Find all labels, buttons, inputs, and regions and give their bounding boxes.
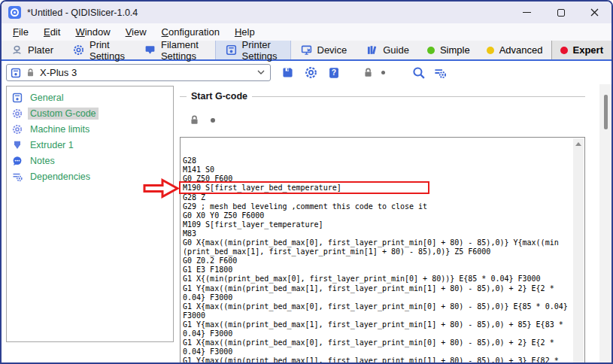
gcode-textarea[interactable]: G28M141 S0G0 Z50 F600M190 S[first_layer_… [183,138,572,364]
gcode-line: G29 ; mesh bed leveling ,comment this co… [183,202,572,211]
gear-icon [73,44,84,56]
triangle-up-icon [575,142,581,146]
gcode-line: G0 X{max((min(print_bed_max[0], first_la… [183,238,572,247]
app-logo-icon [8,6,21,19]
sidebar-item-custom-gcode[interactable]: Custom G-code [7,105,173,121]
tab-label: Device [317,44,347,56]
gcode-line: G1 Y{max((min(print_bed_max[1], first_la… [183,356,572,364]
tab-guide[interactable]: Guide [357,41,419,59]
menu-item[interactable]: File [5,25,36,39]
lock-icon [26,68,35,77]
gcode-line: 0.04} F3000 [183,347,572,356]
gcode-line: G1 X{max((min(print_bed_max[0], first_la… [183,338,572,347]
sidebar-item-machine-limits[interactable]: Machine limits [7,121,173,137]
page-scrollbar[interactable] [599,84,611,362]
maximize-button[interactable] [544,2,578,23]
mode-advanced[interactable]: Advanced [478,41,551,59]
start-gcode-editor: G28M141 S0G0 Z50 F600M190 S[first_layer_… [180,137,585,364]
filament-icon [144,44,156,56]
chevron-down-icon [257,70,265,75]
search-settings-icon [433,66,447,80]
scrollbar-thumb[interactable] [604,95,608,129]
search-settings-button[interactable] [433,66,447,80]
lock-icon [363,67,374,78]
tab-print-settings[interactable]: Print Settings [63,41,135,59]
printer-icon [226,44,237,56]
menu-item[interactable]: Window [68,25,117,39]
tab-device[interactable]: Device [291,41,357,59]
gcode-line: G1 E3 F1800 [183,265,572,275]
window-title: *Untitled - QIDISlicer-1.0.4 [27,8,138,18]
notes-icon [12,156,23,166]
modified-indicator-dot [381,71,385,74]
sidebar-item-general[interactable]: General [7,89,173,105]
mode-simple[interactable]: Simple [419,41,478,59]
close-icon [590,8,599,17]
search-icon [412,66,426,80]
menu-item[interactable]: Configuration [154,25,227,39]
gcode-line: M190 S[first_layer_bed_temperature] [183,184,572,193]
sidebar-item-label: Machine limits [28,123,92,135]
sidebar-item-label: Extruder 1 [28,139,76,151]
mode-switcher: Simple Advanced Expert [419,41,611,59]
help-book-icon: ? [328,67,340,79]
plater-icon [11,44,23,56]
sidebar-item-label: Dependencies [28,171,93,183]
guide-icon [366,44,378,56]
advanced-mode-dot-icon [487,47,494,54]
tab-label: Plater [28,44,53,56]
close-button[interactable] [578,2,611,23]
app-window: *Untitled - QIDISlicer-1.0.4 FileEditWin… [0,0,613,364]
gcode-line: G1 X{(min(print_bed_max[0], first_layer_… [183,275,572,284]
tab-plater[interactable]: Plater [2,41,63,59]
extruder-icon [12,140,23,150]
sidebar-item-dependencies[interactable]: Dependencies [7,168,173,184]
lock-toggle-button[interactable] [363,67,374,78]
gcode-line: F3000 [183,311,572,320]
tab-filament-settings[interactable]: Filament Settings [135,41,215,59]
gcode-line: G0 X0 Y0 Z50 F6000 [183,211,572,220]
mode-expert[interactable]: Expert [551,41,611,59]
tab-printer-settings[interactable]: Printer Settings [215,41,291,59]
menu-item[interactable]: View [118,25,154,39]
editor-scrollbar[interactable] [573,138,584,364]
sidebar-item-label: Notes [28,155,57,167]
field-status-row [189,114,215,126]
maximize-icon [557,9,565,17]
expert-mode-dot-icon [560,47,568,54]
gear-icon [12,108,23,119]
gear-icon [12,124,23,135]
lock-icon[interactable] [189,114,200,126]
mode-label: Advanced [499,44,543,56]
minimize-button[interactable] [510,2,544,23]
tab-label: Print Settings [90,39,125,62]
save-icon [281,66,294,79]
gcode-line: M141 S0 [183,165,572,174]
search-button[interactable] [412,66,426,80]
gear-icon [305,66,317,79]
tab-label: Printer Settings [242,39,281,62]
gcode-line: 0.04} F3000 [183,293,572,302]
device-icon [301,44,312,56]
help-button[interactable]: ? [328,67,340,79]
tab-label: Filament Settings [161,39,205,62]
menu-item[interactable]: Help [227,25,262,39]
sidebar-item-extruder-1[interactable]: Extruder 1 [7,137,173,153]
mode-label: Simple [440,44,470,56]
preset-value: X-Plus 3 [40,67,253,78]
scroll-up-button[interactable] [573,138,584,150]
settings-content: General Custom G-code Machine limits Ext… [2,84,611,362]
preset-settings-button[interactable] [305,66,317,79]
mode-label: Expert [573,44,603,56]
menu-item[interactable]: Edit [36,25,68,39]
gcode-line: G28 [183,156,572,165]
dependencies-icon [12,171,23,182]
simple-mode-dot-icon [427,47,435,54]
save-preset-button[interactable] [281,66,294,79]
tab-label: Guide [383,44,409,56]
tab-bar: Plater Print Settings Filament Settings … [2,41,611,61]
gcode-line: G1 Y{max((min(print_bed_max[1], first_la… [183,320,572,329]
printer-preset-combobox[interactable]: X-Plus 3 [6,64,271,81]
preset-toolbar: X-Plus 3 ? [2,61,611,84]
sidebar-item-notes[interactable]: Notes [7,153,173,168]
